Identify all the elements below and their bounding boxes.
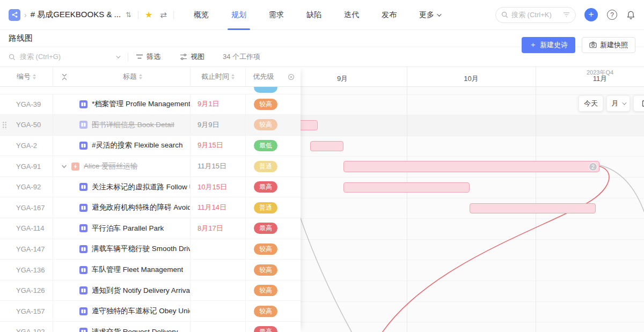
column-header-title[interactable]: 标题: [75, 67, 191, 86]
view-settings-button[interactable]: 视图: [180, 52, 204, 62]
priority-badge[interactable]: 最高: [254, 326, 277, 332]
priority-badge[interactable]: 较高: [254, 306, 277, 317]
row-title[interactable]: 关注未标记的虚拟道路 Follow Ur: [92, 182, 190, 192]
table-row-YGA-102[interactable]: YGA-102请求交货 Request Delivery最高: [0, 322, 301, 332]
row-id: YGA-114: [0, 218, 53, 239]
collapse-panel-button[interactable]: [633, 95, 644, 112]
row-title[interactable]: 通知到货 Notify Delivery Arrival: [92, 286, 190, 296]
gantt-bar-YGA-50[interactable]: [301, 120, 318, 130]
priority-badge[interactable]: 最高: [254, 181, 277, 193]
table-row-YGA-157[interactable]: YGA-157遵守独特的车道标记 Obey Uniqu较高: [0, 301, 301, 322]
row-title[interactable]: 满载车辆平稳行驶 Smooth Drivin: [92, 244, 190, 254]
global-search-input[interactable]: 搜索 (Ctrl+K): [495, 7, 576, 23]
gantt-bar-YGA-167[interactable]: [470, 203, 596, 213]
collapse-all-button[interactable]: [53, 67, 75, 86]
chevron-down-icon[interactable]: [116, 54, 120, 58]
table-row-YGA-2[interactable]: YGA-2#灵活的搜索 Flexible search9月15日最低: [0, 136, 301, 157]
gantt-bar-YGA-91[interactable]: 2: [343, 161, 599, 172]
row-due-date: 9月15日: [191, 136, 246, 156]
swap-arrows-icon[interactable]: ⇄: [160, 10, 167, 20]
row-title-cell: 通知到货 Notify Delivery Arrival: [53, 281, 191, 301]
priority-badge[interactable]: 较高: [254, 119, 277, 130]
priority-badge[interactable]: 较高: [254, 285, 277, 296]
table-row-YGA-91[interactable]: YGA-91Alice 爱丽丝运输11月15日普通: [0, 156, 301, 177]
row-title-cell: 图书详细信息 Book Detail: [53, 115, 191, 135]
table-row-YGA-136[interactable]: YGA-136车队管理 Fleet Management较高: [0, 260, 301, 281]
sort-icon[interactable]: [231, 74, 235, 79]
row-title[interactable]: 平行泊车 Parallel Park: [92, 224, 164, 233]
top-navigation-bar: › # 易成GEEKBOOKS & ... ⇅ ★ ⇄ 概览规划需求缺陷迭代发布…: [0, 0, 644, 30]
column-header-due[interactable]: 截止时间: [191, 67, 246, 86]
tab-更多[interactable]: 更多: [419, 0, 440, 30]
row-title[interactable]: 车队管理 Fleet Management: [92, 265, 183, 275]
row-id: YGA-157: [0, 301, 53, 321]
collapse-all-icon: [61, 73, 68, 80]
epic-icon: [79, 224, 87, 232]
row-title[interactable]: 图书详细信息 Book Detail: [92, 120, 174, 130]
row-title[interactable]: #灵活的搜索 Flexible search: [92, 141, 183, 150]
priority-badge[interactable]: 较高: [254, 99, 277, 110]
row-title[interactable]: *档案管理 Profile Management: [92, 99, 190, 109]
new-epic-button[interactable]: ＋ 新建史诗: [522, 37, 575, 53]
search-icon: [501, 11, 508, 18]
gantt-bar-YGA-2[interactable]: [310, 141, 343, 151]
drag-handle-icon[interactable]: [2, 121, 6, 129]
favorite-star-icon[interactable]: ★: [145, 10, 152, 20]
priority-badge[interactable]: 最高: [254, 223, 277, 234]
scale-select[interactable]: 月: [606, 95, 630, 112]
tab-需求[interactable]: 需求: [269, 0, 284, 30]
priority-badge[interactable]: 较高: [254, 264, 277, 276]
dependency-count-badge[interactable]: 2: [589, 163, 597, 171]
tab-缺陷[interactable]: 缺陷: [306, 0, 321, 30]
table-row-YGA-126[interactable]: YGA-126通知到货 Notify Delivery Arrival较高: [0, 281, 301, 301]
tab-规划[interactable]: 规划: [231, 0, 246, 30]
table-row-YGA-50[interactable]: YGA-50图书详细信息 Book Detail9月9日较高: [0, 115, 301, 136]
table-row-YGA-114[interactable]: YGA-114平行泊车 Parallel Park8月17日最高: [0, 218, 301, 239]
sort-icon[interactable]: [139, 74, 142, 79]
table-row-YGA-39[interactable]: YGA-39*档案管理 Profile Management9月1日较高: [0, 94, 301, 115]
table-row-YGA-92[interactable]: YGA-92关注未标记的虚拟道路 Follow Ur10月15日最高: [0, 177, 301, 198]
column-header-priority[interactable]: 优先级: [246, 67, 281, 86]
row-title[interactable]: Alice 爱丽丝运输: [84, 161, 138, 171]
priority-badge[interactable]: 普通: [254, 202, 277, 213]
today-button[interactable]: 今天: [579, 95, 603, 112]
project-name[interactable]: # 易成GEEKBOOKS & ...: [31, 10, 121, 20]
plus-icon: ＋: [529, 40, 537, 50]
table-row-YGA-167[interactable]: YGA-167避免政府机构特殊的障碍 Avoid C11月14日普通: [0, 197, 301, 218]
row-title[interactable]: 遵守独特的车道标记 Obey Uniqu: [92, 306, 190, 316]
filter-button[interactable]: 筛选: [136, 52, 160, 62]
priority-badge[interactable]: 较高: [254, 244, 277, 255]
work-item-search-input[interactable]: 搜索 (Ctrl+G): [9, 52, 119, 62]
expand-chevron-icon[interactable]: [61, 164, 67, 169]
dependency-curve-gray-right: [600, 165, 644, 229]
partial-table-row[interactable]: [0, 87, 301, 94]
row-priority-cell: 普通: [246, 156, 301, 176]
notifications-bell-icon[interactable]: [626, 10, 635, 20]
gantt-bar-YGA-92[interactable]: [343, 182, 470, 193]
global-create-button[interactable]: +: [584, 8, 598, 21]
search-filter-icon[interactable]: [563, 12, 570, 18]
tab-label: 需求: [269, 10, 284, 20]
tab-label: 发布: [382, 10, 397, 20]
project-icon[interactable]: [9, 9, 20, 21]
new-snapshot-button[interactable]: 新建快照: [582, 37, 635, 53]
priority-badge[interactable]: 最低: [254, 140, 277, 151]
tab-概览[interactable]: 概览: [194, 0, 209, 30]
sort-icon[interactable]: [33, 74, 36, 79]
id-header-label: 编号: [17, 72, 31, 82]
column-header-id[interactable]: 编号: [0, 67, 53, 86]
row-due-date: 11月14日: [191, 197, 246, 218]
row-title[interactable]: 请求交货 Request Delivery: [92, 327, 178, 332]
row-due-date: 9月9日: [191, 115, 246, 135]
tab-迭代[interactable]: 迭代: [344, 0, 359, 30]
project-switcher-icon[interactable]: ⇅: [126, 11, 131, 19]
priority-badge[interactable]: 普通: [254, 161, 277, 172]
help-icon[interactable]: ?: [607, 10, 617, 20]
row-priority-cell: 较高: [246, 239, 301, 260]
row-id: YGA-50: [0, 115, 53, 135]
tab-发布[interactable]: 发布: [382, 0, 397, 30]
column-settings-button[interactable]: [281, 67, 301, 86]
table-row-YGA-147[interactable]: YGA-147满载车辆平稳行驶 Smooth Drivin较高: [0, 239, 301, 260]
row-title[interactable]: 避免政府机构特殊的障碍 Avoid C: [92, 203, 190, 212]
new-snapshot-label: 新建快照: [600, 40, 628, 50]
